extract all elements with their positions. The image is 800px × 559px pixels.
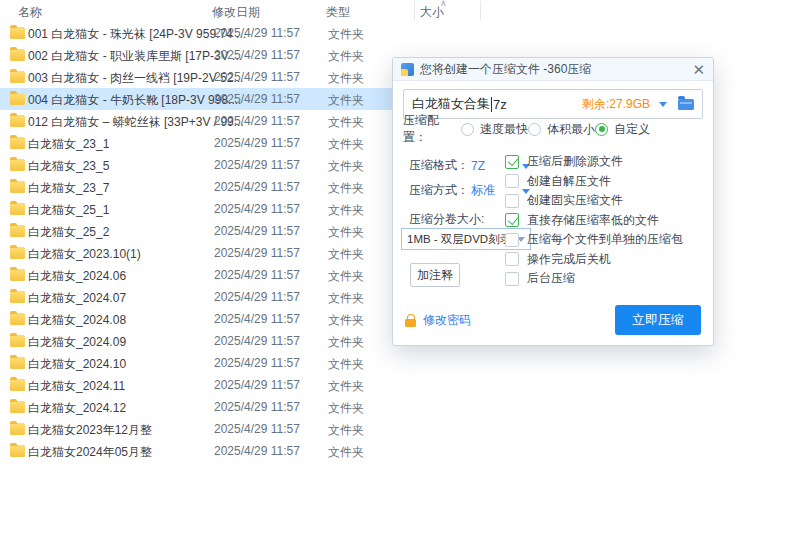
option-checkbox-row[interactable]: 压缩每个文件到单独的压缩包 bbox=[505, 232, 683, 247]
file-type: 文件夹 bbox=[328, 70, 364, 87]
table-row[interactable]: 002 白龙猫女 - 职业装库里斯 [17P-3V ... 2025/4/29 … bbox=[0, 44, 417, 66]
archive-name-text: 白龙猫女合集 bbox=[412, 95, 490, 113]
column-header-type[interactable]: 类型 bbox=[326, 4, 350, 21]
add-comment-button[interactable]: 加注释 bbox=[410, 263, 460, 287]
file-name: 白龙猫女_25_2 bbox=[28, 224, 109, 241]
table-row[interactable]: 白龙猫女_23_5 2025/4/29 11:57 文件夹 bbox=[0, 154, 417, 176]
compress-now-button[interactable]: 立即压缩 bbox=[615, 305, 701, 335]
table-row[interactable]: 白龙猫女_23_7 2025/4/29 11:57 文件夹 bbox=[0, 176, 417, 198]
file-type: 文件夹 bbox=[328, 312, 364, 329]
file-date: 2025/4/29 11:57 bbox=[214, 356, 300, 370]
option-checkbox-row[interactable]: 创建自解压文件 bbox=[505, 174, 683, 189]
table-row[interactable]: 012 白龙猫女 – 蟒蛇丝袜 [33P+3V / 99... 2025/4/2… bbox=[0, 110, 417, 132]
table-row[interactable]: 白龙猫女_2024.11 2025/4/29 11:57 文件夹 bbox=[0, 374, 417, 396]
table-row[interactable]: 白龙猫女_25_1 2025/4/29 11:57 文件夹 bbox=[0, 198, 417, 220]
file-date: 2025/4/29 11:57 bbox=[214, 158, 300, 172]
column-header-date[interactable]: 修改日期 bbox=[212, 4, 260, 21]
column-separator[interactable] bbox=[480, 1, 481, 21]
file-name: 白龙猫女_23_5 bbox=[28, 158, 109, 175]
checkbox-icon[interactable] bbox=[505, 155, 519, 169]
360zip-app-icon bbox=[401, 63, 414, 76]
table-row[interactable]: 白龙猫女_23_1 2025/4/29 11:57 文件夹 bbox=[0, 132, 417, 154]
chevron-down-icon[interactable] bbox=[659, 102, 667, 111]
table-row[interactable]: 001 白龙猫女 - 珠光袜 [24P-3V 959.74 ... 2025/4… bbox=[0, 22, 417, 44]
option-checkbox-row[interactable]: 创建固实压缩文件 bbox=[505, 193, 683, 208]
checkbox-icon[interactable] bbox=[505, 194, 519, 208]
config-radio-option[interactable]: 速度最快 bbox=[461, 121, 528, 138]
browse-folder-icon[interactable] bbox=[678, 99, 694, 110]
checkbox-icon[interactable] bbox=[505, 233, 519, 247]
checkbox-icon[interactable] bbox=[505, 213, 519, 227]
radio-icon[interactable] bbox=[595, 123, 608, 136]
folder-icon bbox=[10, 335, 25, 347]
options-checkbox-column: 压缩后删除源文件 创建自解压文件 创建固实压缩文件 直接存储压缩率低的文件 压缩… bbox=[505, 154, 683, 286]
compress-config-row: 压缩配置： 速度最快 体积最小 自定义 bbox=[403, 121, 705, 137]
file-date: 2025/4/29 11:57 bbox=[214, 202, 300, 216]
option-checkbox-row[interactable]: 直接存储压缩率低的文件 bbox=[505, 213, 683, 228]
compress-dialog: 您将创建一个压缩文件 -360压缩 ✕ 白龙猫女合集 7z 剩余:27.9GB … bbox=[392, 57, 714, 346]
table-row[interactable]: 白龙猫女2024年05月整 2025/4/29 11:57 文件夹 bbox=[0, 440, 417, 462]
table-row[interactable]: 白龙猫女_2024.10 2025/4/29 11:57 文件夹 bbox=[0, 352, 417, 374]
file-name: 白龙猫女_2024.10 bbox=[28, 356, 126, 373]
column-separator[interactable] bbox=[414, 1, 415, 21]
table-row[interactable]: 白龙猫女2023年12月整 2025/4/29 11:57 文件夹 bbox=[0, 418, 417, 440]
option-checkbox-row[interactable]: 后台压缩 bbox=[505, 271, 683, 286]
radio-label: 自定义 bbox=[614, 121, 650, 138]
table-row[interactable]: 白龙猫女_25_2 2025/4/29 11:57 文件夹 bbox=[0, 220, 417, 242]
column-header-name[interactable]: 名称 bbox=[18, 4, 42, 21]
table-row[interactable]: 白龙猫女_2024.08 2025/4/29 11:57 文件夹 bbox=[0, 308, 417, 330]
config-label: 压缩配置： bbox=[403, 112, 461, 146]
table-row[interactable]: 白龙猫女_2024.06 2025/4/29 11:57 文件夹 bbox=[0, 264, 417, 286]
radio-icon[interactable] bbox=[528, 123, 541, 136]
file-date: 2025/4/29 11:57 bbox=[214, 422, 300, 436]
file-date: 2025/4/29 11:57 bbox=[214, 48, 300, 62]
radio-label: 体积最小 bbox=[547, 121, 595, 138]
radio-label: 速度最快 bbox=[480, 121, 528, 138]
checkbox-icon[interactable] bbox=[505, 174, 519, 188]
dialog-titlebar[interactable]: 您将创建一个压缩文件 -360压缩 ✕ bbox=[393, 58, 713, 81]
modify-password-link[interactable]: 修改密码 bbox=[405, 312, 471, 329]
file-name: 白龙猫女_2024.09 bbox=[28, 334, 126, 351]
option-checkbox-row[interactable]: 压缩后删除源文件 bbox=[505, 154, 683, 169]
file-name: 白龙猫女2023年12月整 bbox=[28, 422, 152, 439]
checkbox-icon[interactable] bbox=[505, 252, 519, 266]
config-radio-option[interactable]: 体积最小 bbox=[528, 121, 595, 138]
sort-chevron-icon[interactable]: ∧ bbox=[440, 0, 447, 8]
table-row[interactable]: 003 白龙猫女 - 肉丝一线裆 [19P-2V 52... 2025/4/29… bbox=[0, 66, 417, 88]
table-row[interactable]: 白龙猫女_2024.07 2025/4/29 11:57 文件夹 bbox=[0, 286, 417, 308]
file-type: 文件夹 bbox=[328, 400, 364, 417]
config-radio-option[interactable]: 自定义 bbox=[595, 121, 650, 138]
table-row[interactable]: 白龙猫女_2023.10(1) 2025/4/29 11:57 文件夹 bbox=[0, 242, 417, 264]
file-type: 文件夹 bbox=[328, 202, 364, 219]
table-row[interactable]: 004 白龙猫女 - 牛奶长靴 [18P-3V 998.... 2025/4/2… bbox=[0, 88, 417, 110]
folder-icon bbox=[10, 93, 25, 105]
file-date: 2025/4/29 11:57 bbox=[214, 180, 300, 194]
file-date: 2025/4/29 11:57 bbox=[214, 290, 300, 304]
table-row[interactable]: 白龙猫女_2024.12 2025/4/29 11:57 文件夹 bbox=[0, 396, 417, 418]
file-name: 白龙猫女_2024.11 bbox=[28, 378, 125, 395]
folder-icon bbox=[10, 203, 25, 215]
option-checkbox-row[interactable]: 操作完成后关机 bbox=[505, 252, 683, 267]
lock-icon bbox=[405, 319, 416, 327]
file-date: 2025/4/29 11:57 bbox=[214, 224, 300, 238]
file-name: 白龙猫女_2024.07 bbox=[28, 290, 126, 307]
folder-icon bbox=[10, 115, 25, 127]
radio-icon[interactable] bbox=[461, 123, 474, 136]
checkbox-label: 压缩后删除源文件 bbox=[527, 153, 623, 170]
file-type: 文件夹 bbox=[328, 246, 364, 263]
folder-icon bbox=[10, 357, 25, 369]
checkbox-label: 压缩每个文件到单独的压缩包 bbox=[527, 231, 683, 248]
table-row[interactable]: 白龙猫女_2024.09 2025/4/29 11:57 文件夹 bbox=[0, 330, 417, 352]
file-name: 白龙猫女_2024.12 bbox=[28, 400, 126, 417]
checkbox-label: 后台压缩 bbox=[527, 270, 575, 287]
close-icon[interactable]: ✕ bbox=[692, 62, 705, 77]
folder-icon bbox=[10, 181, 25, 193]
format-label: 压缩格式： bbox=[409, 157, 471, 174]
file-type: 文件夹 bbox=[328, 136, 364, 153]
file-type: 文件夹 bbox=[328, 224, 364, 241]
archive-ext-text: 7z bbox=[493, 97, 507, 112]
file-name: 002 白龙猫女 - 职业装库里斯 [17P-3V ... bbox=[28, 48, 242, 65]
checkbox-icon[interactable] bbox=[505, 272, 519, 286]
file-date: 2025/4/29 11:57 bbox=[214, 378, 300, 392]
volume-label: 压缩分卷大小: bbox=[409, 211, 484, 228]
